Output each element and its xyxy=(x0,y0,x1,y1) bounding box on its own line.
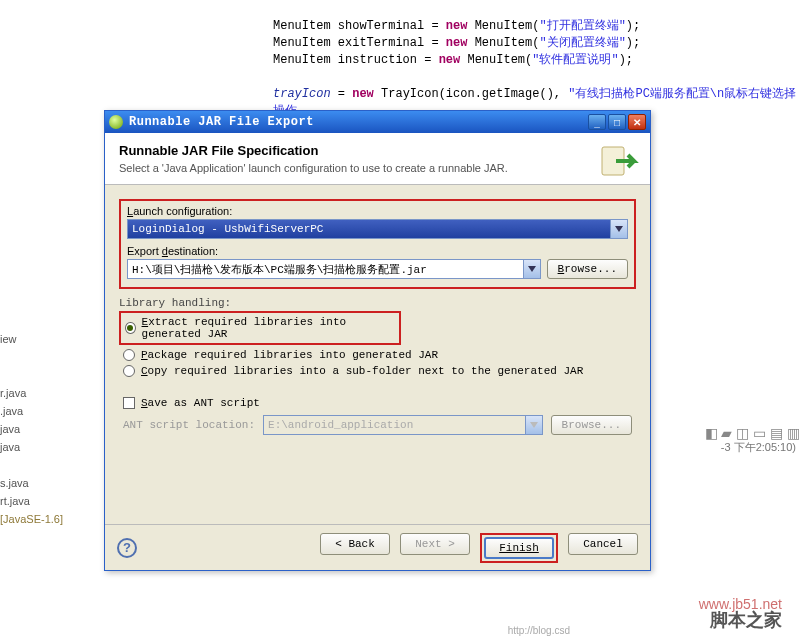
chevron-down-icon[interactable] xyxy=(523,260,540,278)
jar-export-icon xyxy=(598,141,640,183)
finish-button[interactable]: Finish xyxy=(484,537,554,559)
library-handling-label: Library handling: xyxy=(119,295,636,311)
radio-package-label: Package required libraries into generate… xyxy=(141,349,438,361)
launch-config-combo[interactable]: LoginDialog - UsbWifiServerPC xyxy=(127,219,628,239)
close-button[interactable]: ✕ xyxy=(628,114,646,130)
browse-button[interactable]: BBrowse...rowse... xyxy=(547,259,628,279)
export-dest-value: H:\项目\扫描枪\发布版本\PC端服务\扫描枪服务配置.jar xyxy=(132,262,427,277)
radio-package[interactable] xyxy=(123,349,135,361)
radio-copy[interactable] xyxy=(123,365,135,377)
radio-extract-highlight: Extract required libraries into generate… xyxy=(119,311,401,345)
chevron-down-icon xyxy=(525,416,542,434)
save-ant-checkbox[interactable] xyxy=(123,397,135,409)
export-dest-label: Export destination: xyxy=(127,245,628,257)
background-file-list: iew r.java .java java java s.java rt.jav… xyxy=(0,330,63,528)
finish-highlight: Finish xyxy=(480,533,558,563)
dialog-header: Runnable JAR File Specification Select a… xyxy=(105,133,650,185)
dialog-subtext: Select a 'Java Application' launch confi… xyxy=(119,162,636,174)
help-icon[interactable]: ? xyxy=(117,538,137,558)
save-ant-label: Save as ANT script xyxy=(141,397,260,409)
ant-location-combo: E:\android_application xyxy=(263,415,543,435)
ant-location-label: ANT script location: xyxy=(123,419,255,431)
cancel-button[interactable]: Cancel xyxy=(568,533,638,555)
export-dest-combo[interactable]: H:\项目\扫描枪\发布版本\PC端服务\扫描枪服务配置.jar xyxy=(127,259,541,279)
export-dialog: Runnable JAR File Export _ □ ✕ Runnable … xyxy=(104,110,651,571)
titlebar[interactable]: Runnable JAR File Export _ □ ✕ xyxy=(105,111,650,133)
radio-copy-label: Copy required libraries into a sub-folde… xyxy=(141,365,583,377)
radio-extract[interactable] xyxy=(125,322,136,334)
watermark-text: 脚本之家 xyxy=(710,608,782,632)
background-code: MenuItem showTerminal = new MenuItem("打开… xyxy=(273,18,800,120)
side-timestamp: -3 下午2:05:10) xyxy=(721,440,796,455)
chevron-down-icon[interactable] xyxy=(610,220,627,238)
dialog-heading: Runnable JAR File Specification xyxy=(119,143,636,158)
next-button: Next > xyxy=(400,533,470,555)
side-toolbar-icons: ◧ ▰ ◫ ▭ ▤ ▥ xyxy=(705,425,800,441)
maximize-button[interactable]: □ xyxy=(608,114,626,130)
launch-config-label: LLaunch configuration:aunch configuratio… xyxy=(127,205,628,217)
ant-location-value: E:\android_application xyxy=(268,419,413,431)
launch-export-group: LLaunch configuration:aunch configuratio… xyxy=(119,199,636,289)
launch-config-value: LoginDialog - UsbWifiServerPC xyxy=(132,223,323,235)
app-icon xyxy=(109,115,123,129)
back-button[interactable]: < Back xyxy=(320,533,390,555)
window-title: Runnable JAR File Export xyxy=(129,115,588,129)
blog-url: http://blog.csd xyxy=(508,625,570,636)
minimize-button[interactable]: _ xyxy=(588,114,606,130)
ant-browse-button: Browse... xyxy=(551,415,632,435)
dialog-footer: ? < Back Next > Finish Cancel xyxy=(105,524,650,570)
